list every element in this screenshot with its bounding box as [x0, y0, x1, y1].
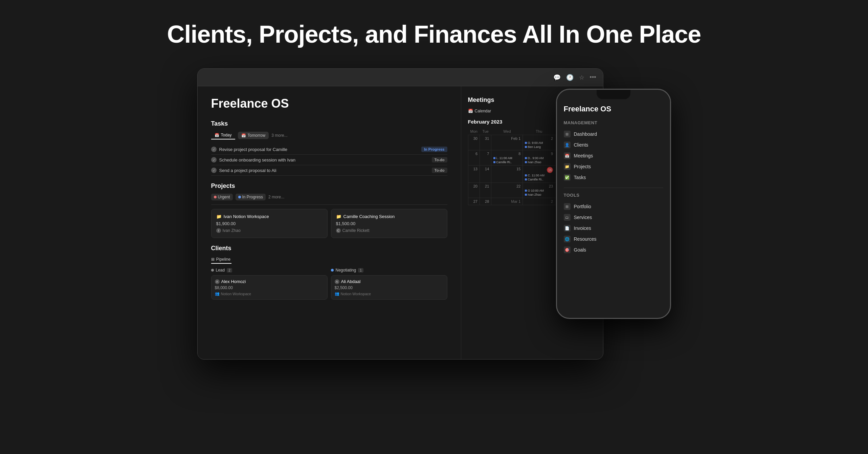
mobile-nav-services[interactable]: 🗂 Services — [564, 212, 663, 223]
project-card: 📁 Ivan Notion Workspace $1,900.00 I Ivan… — [211, 209, 328, 238]
pipeline-tab[interactable]: ⊞ Pipeline — [211, 257, 231, 262]
cal-day[interactable]: 23 O 10:00 AM Ivan Zhao — [523, 183, 555, 198]
mobile-nav-goals[interactable]: 🎯 Goals — [564, 244, 663, 255]
cal-day[interactable]: 21 — [480, 183, 491, 198]
cal-day[interactable]: 27 — [468, 198, 480, 205]
cal-event: O. 9:00 AM — [525, 141, 553, 145]
mobile-tools-title: Tools — [564, 193, 663, 198]
client-col-lead: Lead 2 A Alex Homozi $8,000.00 — [211, 268, 328, 300]
desktop-content: Freelance OS Tasks 📅 Today 📅 Tomorrow 3 … — [198, 86, 603, 359]
event-text: Ivan Zhao — [528, 193, 541, 196]
clients-grid: Lead 2 A Alex Homozi $8,000.00 — [211, 268, 447, 300]
mobile-nav-label: Meetings — [574, 153, 593, 158]
cal-day[interactable]: 14 — [480, 166, 491, 183]
tab-today[interactable]: 📅 Today — [211, 131, 235, 139]
proj-tab-urgent-label: Urgent — [218, 195, 230, 199]
cal-day[interactable]: 7 — [480, 150, 491, 166]
mobile-nav-projects[interactable]: 📁 Projects — [564, 161, 663, 172]
more-icon[interactable]: ••• — [590, 74, 596, 81]
today-icon: 📅 — [215, 133, 219, 137]
mobile-nav-label: Services — [574, 215, 592, 220]
event-text: C. 11:00 AM — [528, 174, 544, 177]
desktop-mockup: 💬 🕐 ☆ ••• Freelance OS Tasks 📅 Today — [197, 68, 603, 360]
resources-icon: 🌐 — [564, 236, 571, 242]
clients-title: Clients — [211, 245, 447, 252]
proj-tab-more[interactable]: 2 more... — [268, 195, 284, 199]
project-person2: C Camille Rickett — [336, 228, 442, 233]
cal-day[interactable]: 2 — [523, 198, 555, 205]
project-divider — [211, 204, 447, 205]
neg-dot — [331, 269, 334, 272]
task-item: ✓ Revise project proposal for Camille In… — [211, 144, 447, 155]
event-dot — [525, 146, 527, 148]
lead-count: 2 — [227, 268, 232, 273]
mobile-nav-dashboard[interactable]: ⊞ Dashboard — [564, 129, 663, 139]
cal-day[interactable]: 13 — [468, 166, 480, 183]
cal-day[interactable]: Mar 1 — [491, 198, 523, 205]
tab-more-label[interactable]: 3 more... — [271, 133, 287, 138]
client-workspace2: 👥 Notion Workspace — [335, 291, 444, 296]
mobile-nav-meetings[interactable]: 📅 Meetings — [564, 150, 663, 161]
calendar-icon: 📅 — [468, 109, 473, 113]
client-col-neg: Negotiating 1 A Ali Abdaal $2,500.00 — [331, 268, 447, 300]
portfolio-icon: ⊞ — [564, 203, 571, 210]
client-workspace: 👥 Notion Workspace — [215, 291, 324, 296]
project-card-name: 📁 Ivan Notion Workspace — [216, 214, 322, 219]
status-badge-todo: To-do — [432, 157, 447, 163]
proj-tab-inprogress[interactable]: In Progress — [236, 194, 266, 200]
lead-dot — [211, 269, 214, 272]
cal-day[interactable]: 2 O. 9:00 AM Ben Lang — [523, 135, 555, 150]
clock-icon[interactable]: 🕐 — [566, 74, 574, 81]
event-text: i.. 11:00 AM — [496, 156, 512, 160]
pipeline-divider — [211, 263, 231, 264]
dashboard-icon: ⊞ — [564, 131, 571, 137]
cal-day[interactable]: 6 — [468, 150, 480, 166]
project-card: 📁 Camille Coaching Session $1,500.00 C C… — [331, 209, 447, 238]
cal-header-thu: Thu — [523, 128, 555, 135]
proj-tab-urgent[interactable]: Urgent — [211, 194, 233, 200]
cal-day[interactable]: 22 — [491, 183, 523, 198]
tab-tomorrow-label: Tomorrow — [248, 133, 266, 138]
cal-day[interactable]: Feb 1 — [491, 135, 523, 150]
mobile-nav-label: Portfolio — [574, 204, 591, 209]
mobile-nav-label: Invoices — [574, 225, 591, 231]
tasks-icon: ✅ — [564, 174, 571, 181]
event-dot — [525, 142, 527, 144]
mobile-nav-label: Clients — [574, 142, 588, 148]
task-check-icon: ✓ — [211, 147, 217, 152]
mobile-nav-tasks[interactable]: ✅ Tasks — [564, 172, 663, 183]
cal-day[interactable]: 31 — [480, 135, 491, 150]
task-left: ✓ Schedule onboarding session with Ivan — [211, 157, 295, 163]
cal-day[interactable]: 30 — [468, 135, 480, 150]
tab-tomorrow[interactable]: 📅 Tomorrow — [238, 132, 269, 139]
cal-day[interactable]: 20 — [468, 183, 480, 198]
tab-today-label: Today — [221, 133, 232, 137]
status-badge-todo2: To-do — [432, 168, 447, 173]
event-dot — [525, 178, 527, 180]
mobile-nav-portfolio[interactable]: ⊞ Portfolio — [564, 201, 663, 212]
cal-day[interactable]: 8 i.. 11:00 AM Camille Ri.. — [491, 150, 523, 166]
event-text: Camille Ri.. — [528, 178, 543, 181]
client-avatar: A — [215, 279, 220, 284]
client-name2: A Ali Abdaal — [335, 279, 444, 284]
cal-header-tue: Tue — [480, 128, 491, 135]
proj-tab-inprogress-label: In Progress — [242, 195, 263, 199]
workspace-icon: 👥 — [215, 291, 220, 296]
event-text: O. 9:00 AM — [528, 141, 543, 145]
projects-title: Projects — [211, 182, 447, 190]
star-icon[interactable]: ☆ — [579, 74, 584, 81]
cal-day[interactable]: 9 D.. 9:00 AM Ivan Zhao — [523, 150, 555, 166]
mobile-nav-resources[interactable]: 🌐 Resources — [564, 234, 663, 244]
comment-icon[interactable]: 💬 — [553, 74, 561, 81]
event-text: Camille Ri.. — [496, 160, 512, 164]
event-text: O 10:00 AM — [528, 189, 544, 192]
mobile-nav-clients[interactable]: 👤 Clients — [564, 139, 663, 150]
calendar-tab[interactable]: 📅 Calendar — [468, 109, 491, 113]
client-avatar2: A — [335, 279, 339, 284]
cal-day[interactable]: 15 — [491, 166, 523, 183]
cal-day[interactable]: 28 — [480, 198, 491, 205]
mobile-nav-invoices[interactable]: 📄 Invoices — [564, 223, 663, 234]
clients-icon: 👤 — [564, 142, 571, 148]
project-amount: $1,900.00 — [216, 221, 322, 226]
cal-day[interactable]: 16 C. 11:00 AM Camille Ri.. — [523, 166, 555, 183]
